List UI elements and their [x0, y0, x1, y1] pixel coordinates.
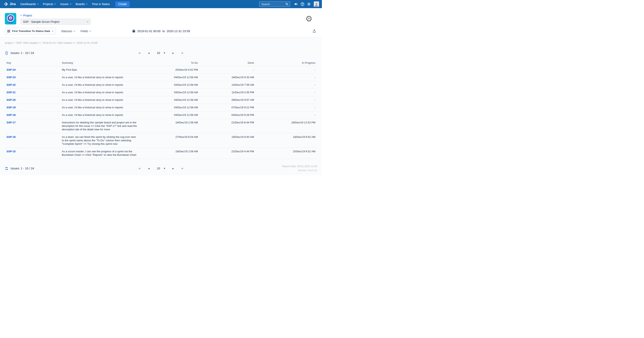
issue-key-cell: SSP-20: [5, 96, 60, 104]
report-content: project = "SSP" AND created >= "2019-01-…: [0, 38, 322, 175]
help-button[interactable]: ?: [299, 0, 306, 8]
last-page-button[interactable]: »: [182, 166, 183, 171]
issue-key-link[interactable]: SSP-17: [6, 121, 16, 124]
help-icon: ?: [301, 3, 304, 6]
gear-icon: ⚙: [307, 2, 310, 6]
jira-brand[interactable]: Jira: [3, 2, 18, 6]
issue-key-link[interactable]: SSP-20: [6, 98, 16, 101]
search-box[interactable]: [259, 2, 290, 7]
chevron-down-icon: [37, 3, 39, 5]
prev-page-button[interactable]: ◀: [148, 167, 150, 170]
next-page-button[interactable]: ▶: [172, 52, 174, 54]
issue-key-cell: SSP-16: [5, 133, 60, 148]
table-row: SSP-21 As a user, I'd like a historical …: [5, 89, 317, 96]
issue-key-link[interactable]: SSP-15: [6, 150, 16, 153]
nav-time-in-status[interactable]: Time in Status: [90, 0, 112, 8]
nav-boards[interactable]: Boards: [74, 0, 90, 8]
inprogress-date-cell: -: [256, 89, 317, 96]
last-page-button[interactable]: »: [182, 51, 183, 55]
export-button[interactable]: [312, 29, 316, 33]
nav-dashboards[interactable]: Dashboards: [18, 0, 41, 8]
nav-dashboards-label: Dashboards: [20, 3, 36, 6]
project-header: Project SSP - Sample Scrum Project ⚙: [0, 8, 322, 28]
table-row: SSP-20 As a user, I'd like a historical …: [5, 96, 317, 104]
page-size-value: 10: [157, 167, 160, 170]
issue-summary-cell: As a user, I'd like a historical story t…: [60, 96, 140, 104]
report-settings-gear-button[interactable]: ⚙: [305, 13, 312, 25]
column-header-summary[interactable]: Summary: [60, 60, 140, 66]
done-date-cell: 04/Dec/19 9:28 PM: [200, 111, 256, 119]
column-header-done[interactable]: Done: [200, 60, 256, 66]
issue-key-link[interactable]: SSP-24: [6, 68, 16, 71]
column-header-todo[interactable]: To Do: [140, 60, 200, 66]
issue-key-link[interactable]: SSP-16: [6, 135, 16, 138]
create-button[interactable]: Create: [115, 2, 130, 7]
issue-key-link[interactable]: SSP-18: [6, 113, 16, 116]
next-page-button[interactable]: ▶: [172, 167, 174, 170]
announcement-button[interactable]: [292, 0, 299, 8]
user-avatar[interactable]: [314, 2, 319, 7]
gear-icon: ⚙: [305, 14, 312, 24]
chevron-down-icon: [70, 3, 71, 5]
search-input[interactable]: [261, 3, 286, 6]
fields-dropdown[interactable]: Fields: [80, 30, 91, 33]
done-date-cell: 22/Dec/19 4:44 PM: [200, 148, 256, 159]
chevron-down-icon: [90, 30, 91, 31]
todo-date-cell: 27/Nov/19 6:04 AM: [140, 133, 200, 148]
column-header-key[interactable]: Key: [5, 60, 60, 66]
project-select[interactable]: SSP - Sample Scrum Project: [20, 19, 91, 25]
statuses-dropdown[interactable]: Statuses: [61, 30, 75, 33]
column-header-inprogress[interactable]: In Progress: [256, 60, 317, 66]
page-size-value: 10: [157, 51, 160, 55]
top-pager-bar: Issues: 1 - 10 / 24 « ◀ 10 ▼ ▶ »: [5, 50, 317, 56]
chevron-down-icon: [54, 3, 56, 5]
search-icon: [286, 3, 288, 6]
nav-issues[interactable]: Issues: [58, 0, 73, 8]
project-avatar[interactable]: [5, 13, 16, 25]
table-row: SSP-19 As a user, I'd like a historical …: [5, 104, 317, 111]
date-range-picker[interactable]: 2019-01-01 00:00 to 2020-12-31 23:59: [132, 29, 190, 33]
bottom-pager-bar: Issues: 1 - 10 / 24 « ◀ 10 ▼ ▶ » Report …: [5, 164, 317, 173]
nav-boards-label: Boards: [76, 3, 84, 6]
table-row: SSP-17 Instructions for deleting this sa…: [5, 119, 317, 133]
todo-date-cell: 18/Dec/19 2:08 AM: [140, 148, 200, 159]
refresh-button[interactable]: [5, 167, 8, 170]
todo-date-cell: 04/Dec/19 12:58 AM: [140, 111, 200, 119]
issue-key-link[interactable]: SSP-19: [6, 106, 16, 109]
issue-summary-cell: As a user, I'd like a historical story t…: [60, 104, 140, 111]
report-type-button[interactable]: First Transition To Status Date: [5, 28, 56, 34]
issues-table-body: SSP-24 My First Epic 25/Dec/19 4:52 PM -…: [5, 66, 317, 159]
done-date-cell: 16/Dec/19 9:33 AM: [200, 74, 256, 81]
person-icon: [314, 2, 319, 7]
inprogress-date-cell: 18/Dec/19 6:52 AM: [256, 133, 317, 148]
pager: « ◀ 10 ▼ ▶ »: [139, 51, 183, 55]
prev-page-button[interactable]: ◀: [148, 52, 150, 54]
plugin-version: Version: 4.6.0.14: [282, 168, 317, 173]
table-row: SSP-24 My First Epic 25/Dec/19 4:52 PM -…: [5, 66, 317, 74]
first-page-button[interactable]: «: [139, 51, 140, 55]
settings-button[interactable]: ⚙: [306, 0, 312, 8]
nav-issues-label: Issues: [60, 3, 68, 6]
inprogress-date-cell: -: [256, 66, 317, 74]
nav-time-in-status-label: Time in Status: [92, 3, 110, 6]
page-size-select[interactable]: 10 ▼: [157, 51, 165, 55]
report-meta: Report Date: 06.01.2020 12:45 Version: 4…: [282, 164, 317, 173]
issue-key-link[interactable]: SSP-22: [6, 83, 16, 86]
inprogress-date-cell: 18/Dec/19 12:52 PM: [256, 119, 317, 133]
issue-key-link[interactable]: SSP-23: [6, 76, 16, 79]
calendar-icon: [132, 29, 136, 33]
first-page-button[interactable]: «: [139, 166, 140, 171]
pager-bottom: « ◀ 10 ▼ ▶ »: [139, 166, 183, 171]
issue-summary-cell: As a scrum master, I can see the progres…: [60, 148, 140, 159]
megaphone-icon: [294, 2, 298, 6]
project-type-toggle[interactable]: Project: [20, 14, 91, 17]
project-label: Project: [23, 14, 32, 17]
table-row: SSP-18 As a user, I'd like a historical …: [5, 111, 317, 119]
issue-key-link[interactable]: SSP-21: [6, 91, 16, 94]
refresh-button[interactable]: [5, 51, 8, 55]
nav-projects[interactable]: Projects: [41, 0, 58, 8]
inprogress-date-cell: -: [256, 74, 317, 81]
issues-count-label: Issues: 1 - 10 / 24: [10, 167, 34, 170]
todo-date-cell: 04/Dec/19 12:58 AM: [140, 74, 200, 81]
page-size-select[interactable]: 10 ▼: [157, 167, 165, 170]
